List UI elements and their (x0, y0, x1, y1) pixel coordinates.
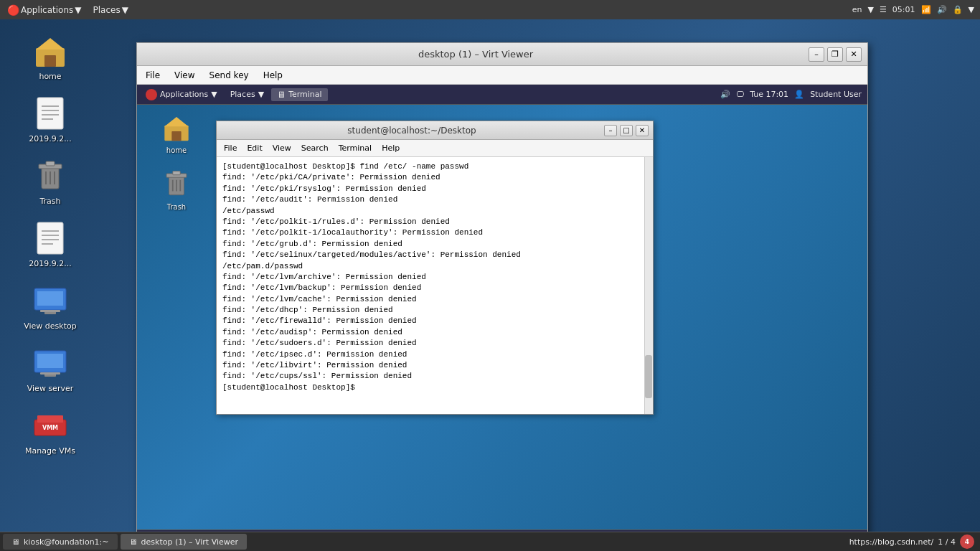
terminal-controls: – □ ✕ (603, 125, 649, 136)
terminal-title: student@localhost:~/Desktop (221, 126, 603, 136)
view-server-label: View server (25, 383, 75, 394)
vm-top-taskbar: Applications ▼ Places ▼ 🖥 Terminal 🔊 🖵 (137, 85, 867, 105)
terminal-body[interactable]: [student@localhost Desktop]$ find /etc/ … (217, 157, 644, 414)
host-applications-menu[interactable]: 🔴 Applications ▼ (3, 3, 86, 17)
host-kiosk-label: kiosk@foundation1:~ (24, 537, 109, 547)
vm-home-folder-icon (162, 113, 191, 144)
desktop-icon-home[interactable]: home (22, 34, 79, 82)
vm-desktop-icons: home Trash (151, 113, 202, 211)
file2-icon-label: 2019.9.2... (27, 258, 73, 269)
host-virt-viewer-label: desktop (1) – Virt Viewer (141, 537, 239, 547)
view-server-icon (33, 346, 67, 380)
host-lock-icon: 🔒 (953, 5, 963, 14)
vm-terminal-taskbar-item[interactable]: 🖥 Terminal (271, 88, 328, 101)
vm-places-arrow: ▼ (258, 90, 264, 99)
vm-places-menu[interactable]: Places ▼ (225, 88, 270, 100)
host-applications-label: Applications (21, 5, 73, 15)
svg-rect-22 (40, 310, 60, 312)
terminal-minimize-btn[interactable]: – (604, 125, 617, 136)
vm-terminal-icon: 🖥 (277, 90, 286, 100)
desktop-icons-container: home 2019.9.2... (22, 34, 79, 456)
host-applications-arrow: ▼ (75, 5, 81, 15)
svg-rect-3 (37, 98, 63, 129)
terminal-close-btn[interactable]: ✕ (636, 125, 649, 136)
virt-viewer-menubar: File View Send key Help (137, 66, 867, 85)
svg-rect-35 (173, 171, 181, 175)
host-bottom-pager: 1 / 4 (938, 537, 956, 547)
desktop-icon-trash[interactable]: Trash (22, 159, 79, 207)
svg-rect-28 (37, 415, 63, 423)
virt-viewer-sendkey-menu[interactable]: Send key (204, 69, 255, 82)
vm-desktop: Applications ▼ Places ▼ 🖥 Terminal 🔊 🖵 (137, 85, 867, 551)
virt-viewer-controls: – ❐ ✕ (809, 47, 862, 62)
svg-rect-20 (37, 291, 63, 306)
vm-applications-arrow: ▼ (211, 90, 217, 99)
terminal-search-menu[interactable]: Search (297, 142, 333, 154)
host-time: 05:01 (892, 5, 915, 14)
terminal-view-menu[interactable]: View (268, 142, 296, 154)
vm-user-icon: 👤 (794, 90, 804, 99)
desktop-icon-view-desktop[interactable]: View desktop (22, 283, 79, 331)
virt-viewer-minimize-btn[interactable]: – (809, 47, 824, 62)
terminal-window: student@localhost:~/Desktop – □ ✕ File E… (216, 121, 654, 415)
svg-rect-24 (37, 354, 63, 368)
vm-time: Tue 17:01 (750, 90, 788, 99)
host-lang[interactable]: en (852, 5, 862, 14)
host-desktop: home 2019.9.2... (0, 19, 980, 551)
host-places-menu[interactable]: Places ▼ (89, 4, 133, 17)
host-arrow-icon: ▼ (969, 5, 974, 14)
host-top-taskbar: 🔴 Applications ▼ Places ▼ en ▼ ☰ 05:01 📶… (0, 0, 980, 19)
virt-viewer-help-menu[interactable]: Help (258, 69, 288, 82)
virt-viewer-view-menu[interactable]: View (169, 69, 200, 82)
trash-icon-label: Trash (37, 196, 62, 207)
vm-places-label: Places (230, 90, 255, 99)
vm-apps-icon (146, 89, 157, 100)
svg-marker-31 (164, 117, 188, 126)
desktop-icon-manage-vms[interactable]: VMM Manage VMs (22, 408, 79, 456)
terminal-scrollbar[interactable] (644, 157, 653, 414)
host-wifi-icon: 📶 (921, 5, 931, 14)
terminal-help-menu[interactable]: Help (377, 142, 404, 154)
host-taskbar-kiosk[interactable]: 🖥 kiosk@foundation1:~ (3, 534, 118, 550)
desktop-icon-view-server[interactable]: View server (22, 346, 79, 394)
file1-icon-label: 2019.9.2... (27, 133, 73, 144)
host-bottom-url: https://blog.csdn.net/ (849, 537, 934, 547)
terminal-restore-btn[interactable]: □ (620, 125, 633, 136)
host-taskbar-right-area: https://blog.csdn.net/ 1 / 4 4 (849, 534, 980, 549)
desktop-icon-file1[interactable]: 2019.9.2... (22, 96, 79, 144)
vm-trash-icon[interactable]: Trash (151, 169, 202, 211)
terminal-terminal-menu[interactable]: Terminal (334, 142, 377, 154)
view-desktop-icon (33, 283, 67, 318)
vm-applications-menu[interactable]: Applications ▼ (140, 88, 223, 102)
svg-rect-32 (171, 131, 181, 141)
svg-rect-14 (37, 222, 63, 254)
terminal-titlebar: student@localhost:~/Desktop – □ ✕ (217, 121, 653, 140)
svg-rect-2 (44, 55, 56, 67)
vm-user-label: Student User (810, 90, 862, 99)
host-places-arrow: ▼ (122, 5, 128, 15)
terminal-file-menu[interactable]: File (220, 142, 241, 154)
file2-icon (33, 221, 67, 255)
virt-viewer-file-menu[interactable]: File (140, 69, 166, 82)
vm-home-label: home (166, 146, 187, 154)
vm-trash-folder-icon (164, 169, 189, 201)
vm-home-icon[interactable]: home (151, 113, 202, 154)
desktop-icon-file2[interactable]: 2019.9.2... (22, 221, 79, 269)
virt-viewer-title: desktop (1) – Virt Viewer (143, 49, 809, 60)
virt-viewer-close-btn[interactable]: ✕ (846, 47, 862, 62)
virt-viewer-titlebar: desktop (1) – Virt Viewer – ❐ ✕ (137, 43, 867, 66)
terminal-edit-menu[interactable]: Edit (242, 142, 266, 154)
host-taskbar-virt-viewer[interactable]: 🖥 desktop (1) – Virt Viewer (121, 534, 248, 550)
vm-sound-icon: 🔊 (720, 90, 730, 99)
virt-viewer-restore-btn[interactable]: ❐ (827, 47, 843, 62)
host-app-icon: 🔴 (7, 4, 19, 16)
host-menu-icon: ☰ (880, 5, 887, 14)
file1-icon (33, 96, 67, 131)
vm-screen-icon: 🖵 (736, 90, 744, 99)
manage-vms-label: Manage VMs (23, 446, 77, 456)
vm-taskbar-right: 🔊 🖵 Tue 17:01 👤 Student User (720, 90, 867, 99)
virt-viewer-window: desktop (1) – Virt Viewer – ❐ ✕ File Vie… (136, 42, 868, 551)
host-volume-icon: 🔊 (937, 5, 947, 14)
host-kiosk-icon: 🖥 (11, 537, 19, 547)
terminal-menubar: File Edit View Search Terminal Help (217, 140, 653, 157)
